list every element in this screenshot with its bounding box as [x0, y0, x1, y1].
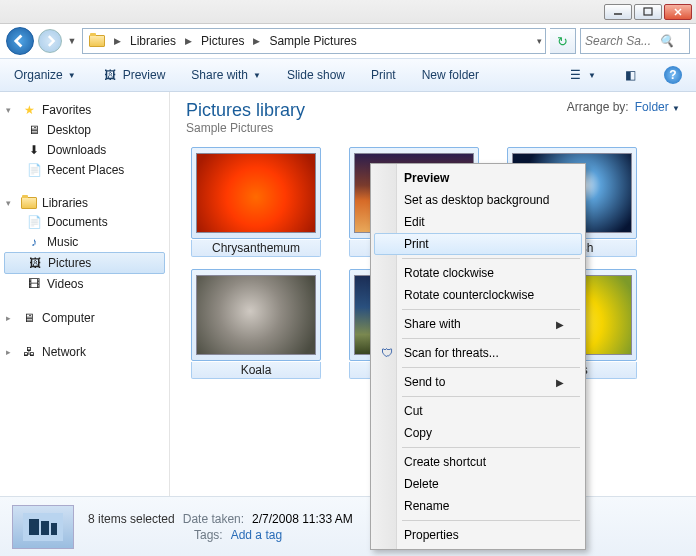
- menu-scan-threats[interactable]: 🛡Scan for threats...: [374, 342, 582, 364]
- documents-icon: 📄: [26, 214, 42, 230]
- print-button[interactable]: Print: [367, 64, 400, 86]
- address-bar[interactable]: ▶ Libraries ▶ Pictures ▶ Sample Pictures…: [82, 28, 546, 54]
- context-menu: Preview Set as desktop background Edit P…: [370, 163, 586, 550]
- file-item[interactable]: Koala: [186, 269, 326, 379]
- menu-separator: [402, 520, 580, 521]
- collapse-icon: ▾: [6, 198, 16, 208]
- chevron-down-icon: ▼: [588, 71, 596, 80]
- nav-desktop[interactable]: 🖥Desktop: [4, 120, 165, 140]
- nav-documents[interactable]: 📄Documents: [4, 212, 165, 232]
- forward-button[interactable]: [38, 29, 62, 53]
- menu-separator: [402, 367, 580, 368]
- back-button[interactable]: [6, 27, 34, 55]
- menu-properties[interactable]: Properties: [374, 524, 582, 546]
- maximize-button[interactable]: [634, 4, 662, 20]
- menu-delete[interactable]: Delete: [374, 473, 582, 495]
- svg-rect-1: [644, 8, 652, 15]
- menu-set-background[interactable]: Set as desktop background: [374, 189, 582, 211]
- close-button[interactable]: [664, 4, 692, 20]
- folder-icon: [89, 35, 105, 47]
- menu-separator: [402, 309, 580, 310]
- pictures-icon: 🖼: [27, 255, 43, 271]
- menu-share-with[interactable]: Share with▶: [374, 313, 582, 335]
- chevron-down-icon: ▼: [253, 71, 261, 80]
- nav-pictures[interactable]: 🖼Pictures: [4, 252, 165, 274]
- breadcrumb-seg-1[interactable]: Pictures: [195, 29, 250, 53]
- videos-icon: 🎞: [26, 276, 42, 292]
- breadcrumb-seg-2[interactable]: Sample Pictures: [263, 29, 362, 53]
- minimize-button[interactable]: [604, 4, 632, 20]
- submenu-arrow-icon: ▶: [556, 319, 564, 330]
- svg-rect-5: [29, 519, 39, 535]
- nav-downloads[interactable]: ⬇Downloads: [4, 140, 165, 160]
- libraries-header[interactable]: ▾Libraries: [4, 194, 165, 212]
- navigation-pane: ▾★Favorites 🖥Desktop ⬇Downloads 📄Recent …: [0, 92, 170, 496]
- address-dropdown[interactable]: ▾: [534, 36, 545, 46]
- nav-recent-places[interactable]: 📄Recent Places: [4, 160, 165, 180]
- svg-rect-7: [51, 523, 57, 535]
- view-options-button[interactable]: ☰▼: [563, 63, 600, 87]
- chevron-down-icon: ▼: [672, 104, 680, 113]
- recent-icon: 📄: [26, 162, 42, 178]
- chevron-right-icon[interactable]: ▶: [250, 36, 263, 46]
- menu-separator: [402, 338, 580, 339]
- slideshow-button[interactable]: Slide show: [283, 64, 349, 86]
- menu-separator: [402, 258, 580, 259]
- thumbnail-image: [196, 153, 316, 233]
- preview-pane-toggle[interactable]: ◧: [618, 63, 642, 87]
- chevron-right-icon[interactable]: ▶: [111, 36, 124, 46]
- help-icon: ?: [664, 66, 682, 84]
- shield-icon: 🛡: [379, 345, 395, 361]
- title-bar: [0, 0, 696, 24]
- refresh-button[interactable]: ↻: [550, 28, 576, 54]
- new-folder-button[interactable]: New folder: [418, 64, 483, 86]
- arrange-by-value[interactable]: Folder ▼: [635, 100, 680, 114]
- preview-button[interactable]: 🖼Preview: [98, 63, 170, 87]
- collapse-icon: ▾: [6, 105, 16, 115]
- svg-rect-6: [41, 521, 49, 535]
- menu-rename[interactable]: Rename: [374, 495, 582, 517]
- menu-separator: [402, 447, 580, 448]
- nav-videos[interactable]: 🎞Videos: [4, 274, 165, 294]
- desktop-icon: 🖥: [26, 122, 42, 138]
- search-icon: 🔍: [659, 34, 674, 48]
- organize-button[interactable]: Organize▼: [10, 64, 80, 86]
- menu-create-shortcut[interactable]: Create shortcut: [374, 451, 582, 473]
- arrange-by-label: Arrange by:: [567, 100, 629, 114]
- thumbnail-image: [196, 275, 316, 355]
- menu-send-to[interactable]: Send to▶: [374, 371, 582, 393]
- file-item[interactable]: Chrysanthemum: [186, 147, 326, 257]
- details-pane: 8 items selected Date taken: 2/7/2008 11…: [0, 496, 696, 556]
- address-root-icon[interactable]: [83, 29, 111, 53]
- file-name: Koala: [191, 362, 321, 379]
- search-box[interactable]: 🔍: [580, 28, 690, 54]
- library-subtitle: Sample Pictures: [186, 121, 305, 135]
- menu-preview[interactable]: Preview: [374, 167, 582, 189]
- computer-icon: 🖥: [21, 310, 37, 326]
- computer-header[interactable]: ▸🖥Computer: [4, 308, 165, 328]
- arrange-by: Arrange by: Folder ▼: [567, 100, 680, 114]
- music-icon: ♪: [26, 234, 42, 250]
- menu-rotate-ccw[interactable]: Rotate counterclockwise: [374, 284, 582, 306]
- search-input[interactable]: [585, 34, 655, 48]
- date-taken-value: 2/7/2008 11:33 AM: [252, 512, 353, 526]
- menu-rotate-cw[interactable]: Rotate clockwise: [374, 262, 582, 284]
- downloads-icon: ⬇: [26, 142, 42, 158]
- breadcrumb-seg-0[interactable]: Libraries: [124, 29, 182, 53]
- network-icon: 🖧: [21, 344, 37, 360]
- menu-copy[interactable]: Copy: [374, 422, 582, 444]
- history-dropdown[interactable]: ▼: [66, 32, 78, 50]
- network-header[interactable]: ▸🖧Network: [4, 342, 165, 362]
- library-title: Pictures library: [186, 100, 305, 121]
- add-tag-link[interactable]: Add a tag: [231, 528, 282, 542]
- menu-print[interactable]: Print: [374, 233, 582, 255]
- menu-edit[interactable]: Edit: [374, 211, 582, 233]
- file-name: Chrysanthemum: [191, 240, 321, 257]
- share-with-button[interactable]: Share with▼: [187, 64, 265, 86]
- chevron-right-icon[interactable]: ▶: [182, 36, 195, 46]
- preview-icon: 🖼: [102, 67, 118, 83]
- menu-cut[interactable]: Cut: [374, 400, 582, 422]
- help-button[interactable]: ?: [660, 62, 686, 88]
- nav-music[interactable]: ♪Music: [4, 232, 165, 252]
- favorites-header[interactable]: ▾★Favorites: [4, 100, 165, 120]
